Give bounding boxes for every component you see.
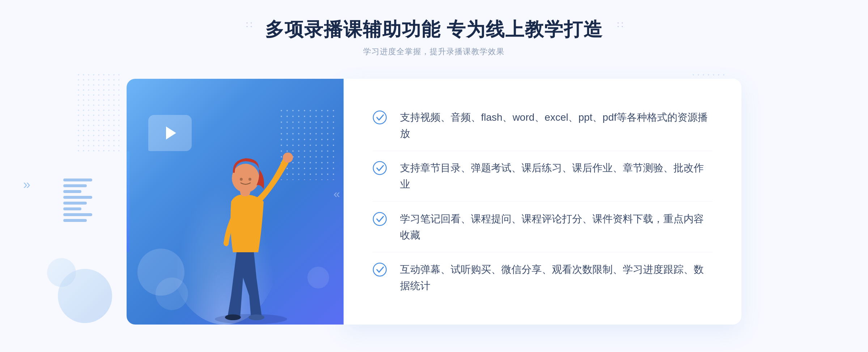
svg-point-2 — [248, 314, 264, 320]
feature-text-4: 互动弹幕、试听购买、微信分享、观看次数限制、学习进度跟踪、数据统计 — [400, 262, 712, 294]
page-subtitle: 学习进度全掌握，提升录播课教学效果 — [265, 46, 603, 57]
svg-point-10 — [373, 213, 386, 226]
stripe-decoration — [63, 179, 92, 229]
svg-point-6 — [240, 178, 243, 181]
check-icon-1 — [373, 110, 387, 125]
check-icon-3 — [373, 212, 387, 226]
svg-point-8 — [373, 111, 386, 124]
check-icon-2 — [373, 161, 387, 175]
illustration-panel: « — [127, 79, 344, 325]
content-area: « — [127, 79, 741, 325]
chevron-left-decoration: ∷ — [246, 19, 251, 31]
header-section: 多项录播课辅助功能 专为线上教学打造 学习进度全掌握，提升录播课教学效果 — [265, 18, 603, 57]
play-triangle-icon — [166, 126, 176, 139]
page-title: 多项录播课辅助功能 专为线上教学打造 — [265, 18, 603, 40]
page-container: ∷ ∷ » 多项录播课辅助功能 专为线上教学打造 学习进度全掌握，提升录播课教学… — [0, 0, 868, 352]
deco-circle-small — [47, 258, 76, 287]
human-figure-illustration — [200, 122, 316, 325]
svg-point-1 — [225, 314, 241, 320]
feature-item-1: 支持视频、音频、flash、word、excel、ppt、pdf等各种格式的资源… — [373, 101, 712, 151]
feature-item-2: 支持章节目录、弹题考试、课后练习、课后作业、章节测验、批改作业 — [373, 151, 712, 202]
play-bubble — [148, 115, 192, 151]
illustration-chevrons: « — [333, 187, 338, 201]
svg-point-3 — [283, 153, 293, 163]
svg-point-11 — [373, 263, 386, 276]
feature-item-3: 学习笔记回看、课程提问、课程评论打分、课件资料下载，重点内容收藏 — [373, 202, 712, 253]
feature-text-1: 支持视频、音频、flash、word、excel、ppt、pdf等各种格式的资源… — [400, 110, 712, 142]
svg-point-5 — [232, 164, 259, 193]
chevron-right-decoration: ∷ — [617, 19, 622, 31]
feature-text-3: 学习笔记回看、课程提问、课程评论打分、课件资料下载，重点内容收藏 — [400, 211, 712, 244]
dots-decoration-left — [76, 72, 119, 152]
arrow-left-decoration: » — [23, 177, 30, 192]
svg-point-7 — [248, 178, 251, 181]
feature-text-2: 支持章节目录、弹题考试、课后练习、课后作业、章节测验、批改作业 — [400, 160, 712, 193]
svg-point-9 — [373, 162, 386, 175]
content-panel: 支持视频、音频、flash、word、excel、ppt、pdf等各种格式的资源… — [344, 79, 741, 325]
check-icon-4 — [373, 262, 387, 277]
accent-bar — [127, 151, 129, 252]
feature-item-4: 互动弹幕、试听购买、微信分享、观看次数限制、学习进度跟踪、数据统计 — [373, 253, 712, 303]
